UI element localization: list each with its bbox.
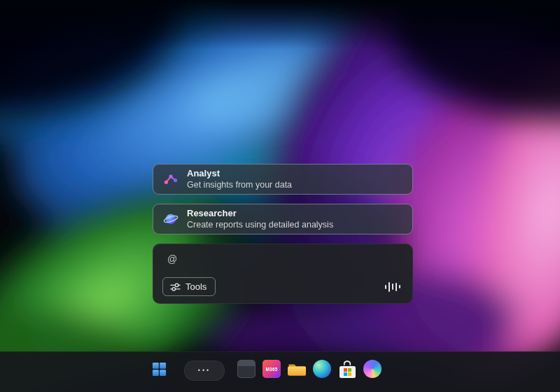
sliders-icon <box>170 282 181 292</box>
microsoft-store-icon <box>338 360 356 378</box>
taskbar-icon-row: ••• M365 <box>146 356 386 382</box>
m365-label: M365 <box>265 367 277 372</box>
agent-card-researcher[interactable]: Researcher Create reports using detailed… <box>153 204 413 234</box>
windows-start-icon <box>152 362 167 377</box>
edge-icon <box>313 360 331 378</box>
windows-flag-icon <box>344 368 351 376</box>
researcher-card-text: Researcher Create reports using detailed… <box>187 208 333 230</box>
taskbar-app-microsoft-store[interactable] <box>335 356 359 382</box>
taskbar-overflow-button[interactable]: ••• <box>184 360 225 381</box>
taskbar-app-file-explorer[interactable] <box>285 356 309 382</box>
analyst-scatter-icon <box>163 172 178 187</box>
researcher-planet-icon <box>163 211 178 227</box>
copilot-overlay: Analyst Get insights from your data Rese… <box>153 164 413 304</box>
tools-label: Tools <box>186 281 206 292</box>
taskbar-app-edge[interactable] <box>310 356 334 382</box>
taskbar-app-copilot[interactable] <box>360 356 384 382</box>
m365-copilot-icon: M365 <box>262 360 281 378</box>
analyst-card-text: Analyst Get insights from your data <box>187 168 292 190</box>
tools-button[interactable]: Tools <box>162 277 216 296</box>
waveform-icon[interactable] <box>385 281 401 293</box>
taskbar-app-m365-copilot[interactable]: M365 <box>260 356 284 382</box>
dark-window-app-icon <box>237 360 255 378</box>
taskbar: ••• M365 <box>0 351 560 392</box>
composer-toolbar: Tools <box>162 277 400 296</box>
composer-at-text: @ <box>167 253 177 265</box>
ellipsis-icon: ••• <box>198 367 211 374</box>
analyst-subtitle: Get insights from your data <box>187 179 292 190</box>
copilot-input-box[interactable]: @ Tools <box>153 244 413 304</box>
taskbar-app-dark-window[interactable] <box>234 356 258 382</box>
start-button[interactable] <box>146 356 172 382</box>
agent-card-analyst[interactable]: Analyst Get insights from your data <box>153 164 413 195</box>
file-explorer-icon <box>288 361 306 377</box>
researcher-title: Researcher <box>187 208 333 219</box>
researcher-subtitle: Create reports using detailed analysis <box>187 219 333 230</box>
analyst-title: Analyst <box>187 168 292 179</box>
copilot-icon <box>363 360 382 378</box>
